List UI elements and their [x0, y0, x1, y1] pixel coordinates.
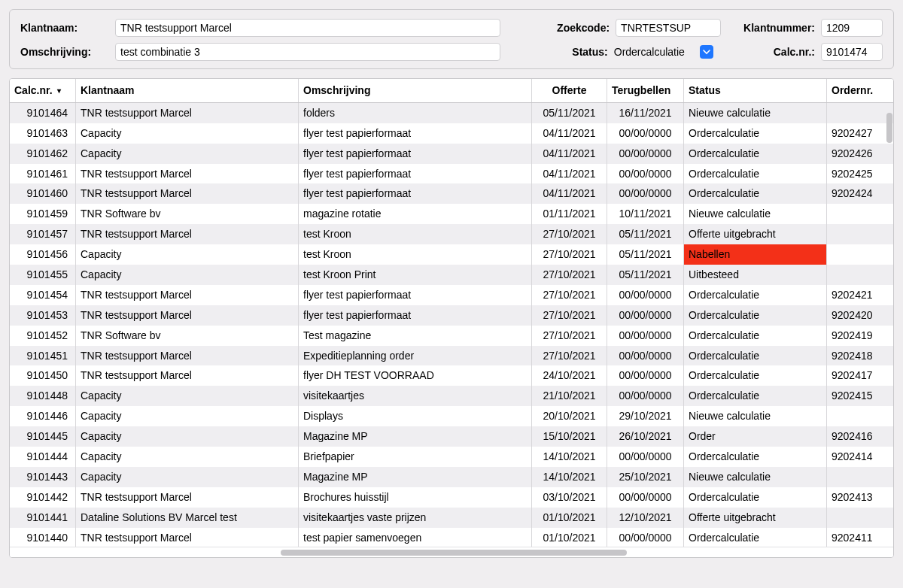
col-header-omschrijving[interactable]: Omschrijving — [299, 79, 532, 102]
table-row[interactable]: 9101440TNR testsupport Marceltest papier… — [10, 528, 893, 547]
cell-ordernr: 9202426 — [827, 144, 887, 164]
cell-omschrijving: visitekaartjes vaste prijzen — [299, 508, 532, 528]
table-row[interactable]: 9101443CapacityMagazine MP14/10/202125/1… — [10, 467, 893, 487]
calcnr-label: Calc.nr.: — [774, 46, 815, 58]
col-header-terugbellen[interactable]: Terugbellen — [607, 79, 684, 102]
cell-ordernr — [827, 265, 887, 285]
cell-omschrijving: folders — [299, 103, 532, 123]
cell-terugbellen: 25/10/2021 — [607, 467, 684, 487]
cell-calcnr: 9101456 — [10, 244, 76, 265]
col-header-calcnr[interactable]: Calc.nr.▾ — [10, 79, 76, 102]
cell-status: Ordercalculatie — [684, 183, 827, 204]
omschrijving-input[interactable] — [115, 43, 500, 61]
cell-offerte: 27/10/2021 — [532, 224, 607, 244]
cell-status: Nieuwe calculatie — [684, 204, 827, 224]
table-row[interactable]: 9101451TNR testsupport MarcelExpeditiepl… — [10, 346, 893, 366]
cell-calcnr: 9101454 — [10, 285, 76, 305]
cell-terugbellen: 00/00/0000 — [607, 386, 684, 406]
cell-ordernr — [827, 244, 887, 265]
cell-calcnr: 9101444 — [10, 447, 76, 467]
cell-omschrijving: Expeditieplanning order — [299, 346, 532, 366]
klantnaam-input[interactable] — [115, 19, 500, 37]
cell-terugbellen: 05/11/2021 — [607, 244, 684, 265]
cell-klantnaam: TNR Software bv — [76, 326, 299, 346]
cell-omschrijving: flyer test papierformaat — [299, 183, 532, 204]
col-header-status[interactable]: Status — [684, 79, 827, 102]
cell-calcnr: 9101451 — [10, 346, 76, 366]
table-row[interactable]: 9101455Capacitytest Kroon Print27/10/202… — [10, 265, 893, 285]
calcnr-input[interactable] — [821, 43, 883, 61]
table-row[interactable]: 9101456Capacitytest Kroon27/10/202105/11… — [10, 244, 893, 265]
table-row[interactable]: 9101462Capacityflyer test papierformaat0… — [10, 144, 893, 164]
scrollbar-thumb[interactable] — [281, 550, 627, 556]
status-select[interactable]: Ordercalculatie — [614, 45, 713, 59]
cell-klantnaam: TNR testsupport Marcel — [76, 224, 299, 244]
cell-calcnr: 9101440 — [10, 528, 76, 547]
zoekcode-input[interactable] — [616, 19, 721, 37]
cell-status: Ordercalculatie — [684, 528, 827, 547]
cell-offerte: 27/10/2021 — [532, 346, 607, 366]
cell-ordernr — [827, 508, 887, 528]
cell-calcnr: 9101443 — [10, 467, 76, 487]
klantnummer-input[interactable] — [821, 19, 883, 37]
col-header-ordernr[interactable]: Ordernr. — [827, 79, 887, 102]
zoekcode-label: Zoekcode: — [557, 22, 610, 34]
col-header-klantnaam[interactable]: Klantnaam — [76, 79, 299, 102]
cell-ordernr: 9202419 — [827, 326, 887, 346]
cell-ordernr: 9202416 — [827, 426, 887, 447]
table-row[interactable]: 9101454TNR testsupport Marcelflyer test … — [10, 285, 893, 305]
table-row[interactable]: 9101464TNR testsupport Marcelfolders05/1… — [10, 103, 893, 123]
cell-status: Order — [684, 426, 827, 447]
cell-terugbellen: 00/00/0000 — [607, 144, 684, 164]
table-row[interactable]: 9101457TNR testsupport Marceltest Kroon2… — [10, 224, 893, 244]
cell-klantnaam: Capacity — [76, 447, 299, 467]
cell-omschrijving: Magazine MP — [299, 426, 532, 447]
cell-status: Ordercalculatie — [684, 123, 827, 144]
horizontal-scrollbar[interactable] — [10, 547, 893, 557]
cell-ordernr: 9202427 — [827, 123, 887, 144]
table-row[interactable]: 9101448Capacityvisitekaartjes21/10/20210… — [10, 386, 893, 406]
cell-terugbellen: 00/00/0000 — [607, 305, 684, 326]
status-label: Status: — [572, 46, 607, 58]
klantnaam-label: Klantnaam: — [20, 22, 109, 34]
table-row[interactable]: 9101450TNR testsupport Marcelflyer DH TE… — [10, 365, 893, 386]
cell-omschrijving: flyer DH TEST VOORRAAD — [299, 365, 532, 386]
cell-ordernr: 9202418 — [827, 346, 887, 366]
cell-status: Offerte uitgebracht — [684, 508, 827, 528]
cell-klantnaam: Capacity — [76, 386, 299, 406]
cell-offerte: 14/10/2021 — [532, 447, 607, 467]
cell-omschrijving: test Kroon — [299, 244, 532, 265]
cell-omschrijving: flyer test papierformaat — [299, 123, 532, 144]
cell-offerte: 01/11/2021 — [532, 204, 607, 224]
cell-offerte: 27/10/2021 — [532, 305, 607, 326]
table-row[interactable]: 9101453TNR testsupport Marcelflyer test … — [10, 305, 893, 326]
cell-offerte: 04/11/2021 — [532, 183, 607, 204]
cell-calcnr: 9101463 — [10, 123, 76, 144]
table-row[interactable]: 9101444CapacityBriefpapier14/10/202100/0… — [10, 447, 893, 467]
table-row[interactable]: 9101463Capacityflyer test papierformaat0… — [10, 123, 893, 144]
table-row[interactable]: 9101460TNR testsupport Marcelflyer test … — [10, 183, 893, 204]
cell-omschrijving: Test magazine — [299, 326, 532, 346]
cell-ordernr: 9202417 — [827, 365, 887, 386]
table-row[interactable]: 9101459TNR Software bvmagazine rotatie01… — [10, 204, 893, 224]
vertical-scrollbar-thumb[interactable] — [886, 113, 892, 143]
cell-klantnaam: Dataline Solutions BV Marcel test — [76, 508, 299, 528]
table-row[interactable]: 9101452TNR Software bvTest magazine27/10… — [10, 326, 893, 346]
cell-terugbellen: 05/11/2021 — [607, 265, 684, 285]
table-row[interactable]: 9101442TNR testsupport MarcelBrochures h… — [10, 487, 893, 508]
col-header-offerte[interactable]: Offerte — [532, 79, 607, 102]
cell-omschrijving: flyer test papierformaat — [299, 144, 532, 164]
cell-klantnaam: TNR testsupport Marcel — [76, 346, 299, 366]
cell-ordernr: 9202421 — [827, 285, 887, 305]
table-row[interactable]: 9101441Dataline Solutions BV Marcel test… — [10, 508, 893, 528]
cell-omschrijving: magazine rotatie — [299, 204, 532, 224]
table-row[interactable]: 9101446CapacityDisplays20/10/202129/10/2… — [10, 406, 893, 426]
table-row[interactable]: 9101445CapacityMagazine MP15/10/202126/1… — [10, 426, 893, 447]
cell-offerte: 27/10/2021 — [532, 285, 607, 305]
table-row[interactable]: 9101461TNR testsupport Marcelflyer test … — [10, 164, 893, 184]
cell-klantnaam: TNR testsupport Marcel — [76, 487, 299, 508]
table-body[interactable]: 9101464TNR testsupport Marcelfolders05/1… — [10, 103, 893, 547]
cell-offerte: 20/10/2021 — [532, 406, 607, 426]
cell-omschrijving: Brochures huisstijl — [299, 487, 532, 508]
cell-terugbellen: 00/00/0000 — [607, 346, 684, 366]
